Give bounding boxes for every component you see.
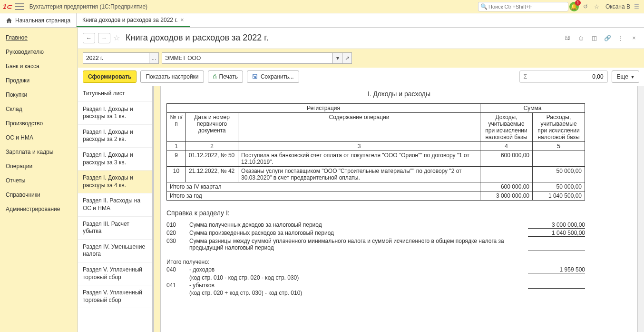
- tab-report[interactable]: Книга доходов и расходов за 2022 г. ×: [77, 13, 190, 27]
- print-icon[interactable]: ⎙: [576, 33, 586, 43]
- sidebar-item[interactable]: Банк и касса: [0, 59, 78, 73]
- col-number: 4: [480, 142, 533, 151]
- table-row: 901.12.2022, № 50Поступила на банковский…: [167, 151, 585, 167]
- head-sum: Сумма: [480, 104, 585, 113]
- window-controls-icon[interactable]: ☰: [632, 3, 641, 10]
- app-title: Бухгалтерия предприятия (1С:Предприятие): [29, 3, 147, 10]
- got-sub-row: (код стр. 020 + код стр. 030) - код стр.…: [166, 290, 585, 296]
- sigma-value[interactable]: [531, 73, 607, 80]
- back-button[interactable]: ←: [83, 33, 95, 43]
- page-title: Книга доходов и расходов за 2022 г.: [126, 33, 269, 43]
- col-income: Доходы, учитываемые при исчислении налог…: [480, 113, 533, 142]
- search-box[interactable]: 🔍: [478, 2, 568, 11]
- sidebar-item[interactable]: Зарплата и кадры: [0, 145, 78, 159]
- got-row: 041- убытков: [166, 282, 585, 289]
- toolbar: Сформировать Показать настройки ⎙ Печать…: [78, 68, 644, 86]
- more-icon[interactable]: ⋮: [615, 33, 626, 43]
- search-icon: 🔍: [480, 3, 488, 10]
- total-row: Итого за год3 000 000,001 040 500,00: [167, 191, 585, 201]
- forward-button[interactable]: →: [98, 33, 110, 43]
- col-doc: Дата и номер первичного документа: [186, 113, 238, 142]
- titlebar: 1⊂ Бухгалтерия предприятия (1С:Предприят…: [0, 0, 644, 13]
- section-title: I. Доходы и расходы: [166, 88, 632, 102]
- close-icon[interactable]: ×: [181, 17, 184, 23]
- period-picker-button[interactable]: ...: [149, 52, 159, 64]
- sidebar-item[interactable]: Операции: [0, 159, 78, 173]
- sidebar-item[interactable]: Администрирование: [0, 202, 78, 216]
- sidebar-item[interactable]: Отчеты: [0, 173, 78, 188]
- head-registration: Регистрация: [167, 104, 480, 113]
- sigma-icon: Σ: [520, 73, 531, 80]
- tab-report-label: Книга доходов и расходов за 2022 г.: [82, 17, 177, 23]
- notifications-icon[interactable]: 🔔 1: [568, 1, 580, 12]
- col-expense: Расходы, учитываемые при исчислении нало…: [533, 113, 585, 142]
- nav-item[interactable]: Раздел I. Доходы и расходы за 1 кв.: [78, 102, 152, 125]
- reference-title: Справка к разделу I:: [166, 209, 585, 217]
- col-number: 2: [186, 142, 238, 151]
- nav-item[interactable]: Раздел II. Расходы на ОС и НМА: [78, 193, 152, 216]
- scrollbar[interactable]: [637, 86, 644, 332]
- nav-item[interactable]: Титульный лист: [78, 86, 152, 102]
- nav-item[interactable]: Раздел I. Доходы и расходы за 3 кв.: [78, 148, 152, 171]
- search-input[interactable]: [488, 4, 566, 10]
- nav-item[interactable]: Раздел V. Уплаченный торговый сбор: [78, 285, 152, 308]
- tab-home[interactable]: Начальная страница: [0, 13, 77, 27]
- ref-row: 020Сумма произведенных расходов за налог…: [166, 230, 585, 237]
- ref-row: 010Сумма полученных доходов за налоговый…: [166, 221, 585, 229]
- favorite-icon[interactable]: ☆: [113, 33, 120, 42]
- chevron-down-icon: ▾: [631, 73, 634, 80]
- nav-item[interactable]: Раздел IV. Уменьшение налога: [78, 240, 152, 262]
- send-icon[interactable]: ◫: [589, 33, 599, 43]
- sidebar-item[interactable]: Руководителю: [0, 45, 78, 59]
- user-name[interactable]: Оксана В: [603, 3, 632, 10]
- col-number: 3: [238, 142, 480, 151]
- save-button[interactable]: 🖫 Сохранить...: [247, 70, 299, 83]
- sidebar: ГлавноеРуководителюБанк и кассаПродажиПо…: [0, 28, 78, 332]
- form-button[interactable]: Сформировать: [83, 70, 137, 83]
- ref-row: 030Сумма разницы между суммой уплаченног…: [166, 238, 585, 251]
- total-row: Итого за IV квартал600 000,0050 000,00: [167, 182, 585, 191]
- org-dropdown-button[interactable]: ▾: [333, 52, 342, 64]
- sidebar-item[interactable]: Производство: [0, 116, 78, 131]
- col-op: Содержание операции: [238, 113, 480, 142]
- gutter: [154, 86, 161, 332]
- sidebar-item[interactable]: Главное: [0, 30, 78, 45]
- nav-item[interactable]: Раздел V. Уплаченный торговый сбор: [78, 262, 152, 285]
- sidebar-item[interactable]: Справочники: [0, 188, 78, 202]
- col-np: № п/п: [167, 113, 186, 142]
- page-header: ← → ☆ Книга доходов и расходов за 2022 г…: [78, 28, 644, 49]
- col-number: 1: [167, 142, 186, 151]
- disk-icon: 🖫: [252, 73, 258, 80]
- sidebar-item[interactable]: Продажи: [0, 73, 78, 88]
- period-input[interactable]: [83, 52, 149, 64]
- sidebar-item[interactable]: ОС и НМА: [0, 131, 78, 145]
- got-row: 040- доходов1 959 500: [166, 266, 585, 273]
- star-icon[interactable]: ☆: [591, 1, 603, 12]
- params-bar: ... ЭММЕТ ООО ▾ ↗: [78, 49, 644, 68]
- save-icon[interactable]: 🖫: [562, 33, 573, 43]
- got-sub-row: (код стр. 010 - код стр. 020 - код стр. …: [166, 274, 585, 281]
- sigma-box: Σ: [519, 70, 608, 83]
- nav-item[interactable]: Раздел III. Расчет убытка: [78, 217, 152, 240]
- notif-badge: 1: [575, 0, 581, 6]
- printer-icon: ⎙: [213, 73, 216, 80]
- more-button[interactable]: Еще ▾: [612, 70, 639, 83]
- print-button[interactable]: ⎙ Печать: [208, 70, 243, 83]
- sidebar-item[interactable]: Склад: [0, 102, 78, 116]
- nav-item[interactable]: Раздел I. Доходы и расходы за 4 кв.: [78, 171, 152, 193]
- tab-home-label: Начальная страница: [15, 17, 70, 24]
- org-open-button[interactable]: ↗: [342, 52, 352, 64]
- settings-button[interactable]: Показать настройки: [140, 70, 204, 83]
- section-nav: Титульный листРаздел I. Доходы и расходы…: [78, 86, 154, 332]
- link-icon[interactable]: 🔗: [602, 33, 613, 43]
- org-select[interactable]: ЭММЕТ ООО: [162, 52, 333, 64]
- report-table: Регистрация Сумма № п/п Дата и номер пер…: [166, 103, 585, 201]
- close-page-icon[interactable]: ×: [629, 33, 639, 43]
- sidebar-item[interactable]: Покупки: [0, 88, 78, 102]
- history-icon[interactable]: ↺: [580, 1, 591, 12]
- nav-item[interactable]: Раздел I. Доходы и расходы за 2 кв.: [78, 125, 152, 148]
- menu-icon[interactable]: [15, 3, 24, 10]
- col-number: 5: [533, 142, 585, 151]
- logo-1c: 1⊂: [3, 3, 11, 10]
- home-icon: [6, 17, 12, 24]
